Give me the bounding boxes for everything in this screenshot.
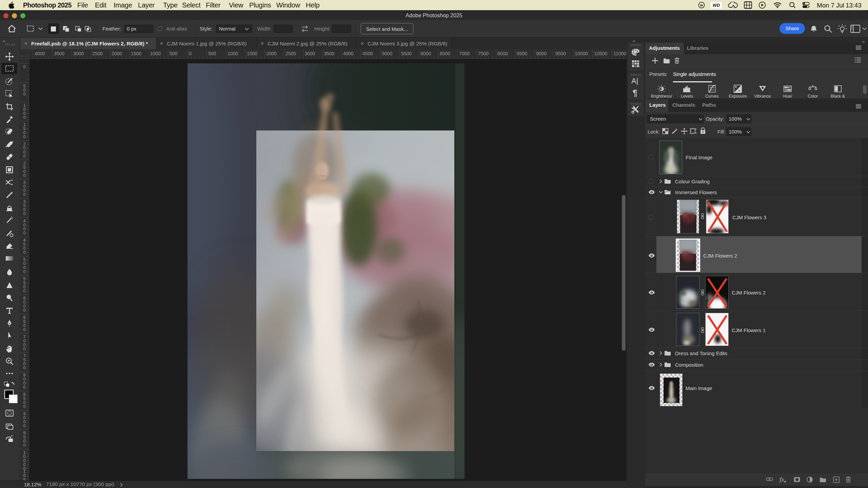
- svg-text:w: w: [700, 3, 703, 7]
